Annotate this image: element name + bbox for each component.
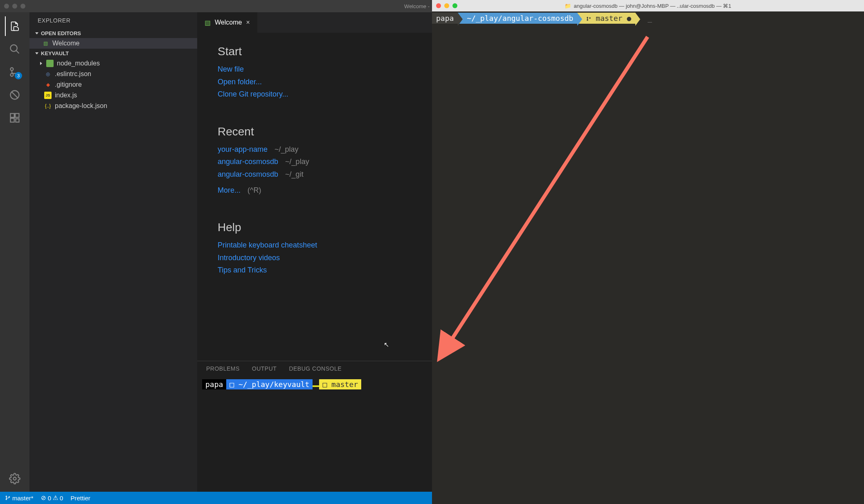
svg-line-6	[11, 92, 18, 98]
panel-tabs: PROBLEMS OUTPUT DEBUG CONSOLE	[197, 361, 432, 376]
prompt-sep	[313, 385, 319, 387]
prompt-user: papa	[202, 379, 226, 389]
help-title: Help	[218, 221, 412, 234]
status-formatter[interactable]: Prettier	[70, 495, 90, 502]
tab-welcome[interactable]: ▧ Welcome ×	[197, 12, 258, 33]
chevron-down-icon	[35, 52, 38, 54]
svg-line-1	[16, 51, 19, 54]
integrated-terminal[interactable]: papa□ ~/_play/keyvault□ master	[197, 376, 432, 492]
svg-point-15	[587, 17, 588, 18]
workbench: 3 EXPLORER OPEN EDITORS ▧ Welc	[0, 12, 432, 492]
file-label: index.js	[55, 92, 77, 99]
status-problems[interactable]: ⊘ 0 ⚠ 0	[41, 494, 63, 502]
open-folder-link[interactable]: Open folder...	[218, 76, 412, 88]
status-bar: master* ⊘ 0 ⚠ 0 Prettier	[0, 492, 432, 504]
open-editors-header[interactable]: OPEN EDITORS	[29, 29, 197, 38]
folder-icon	[46, 60, 54, 67]
help-link[interactable]: Tips and Tricks	[218, 264, 412, 277]
project-name-label: KEYVAULT	[41, 50, 69, 56]
branch-icon	[5, 495, 11, 501]
more-shortcut: (^R)	[248, 186, 261, 194]
recent-section: Recent your-app-name ~/_play angular-cos…	[218, 125, 412, 196]
close-window-button[interactable]	[436, 3, 441, 8]
warning-icon: ⚠	[53, 494, 58, 502]
recent-item[interactable]: your-app-name ~/_play	[218, 143, 412, 156]
minimize-window-button[interactable]	[444, 3, 449, 8]
recent-path: ~/_play	[285, 158, 309, 166]
svg-point-11	[14, 477, 16, 480]
activity-bar: 3	[0, 12, 29, 492]
git-icon: ◆	[44, 81, 52, 88]
branch-label: master*	[12, 495, 34, 502]
recent-name: angular-cosmosdb	[218, 158, 278, 166]
error-count: 0	[48, 495, 51, 502]
new-file-link[interactable]: New file	[218, 63, 412, 76]
error-icon: ⊘	[41, 494, 46, 502]
terminal-prompt[interactable]: papa ~/_play/angular-cosmosdb master ● _	[432, 11, 864, 25]
recent-item[interactable]: angular-cosmosdb ~/_git	[218, 168, 412, 181]
recent-name: angular-cosmosdb	[218, 170, 278, 178]
bottom-panel: PROBLEMS OUTPUT DEBUG CONSOLE papa□ ~/_p…	[197, 361, 432, 492]
svg-point-17	[587, 20, 588, 20]
close-tab-icon[interactable]: ×	[246, 19, 250, 26]
svg-point-2	[11, 68, 14, 71]
extensions-activity-icon[interactable]	[5, 108, 25, 128]
close-window-button[interactable]	[4, 4, 9, 9]
cursor-icon: _	[648, 14, 652, 22]
debug-console-tab[interactable]: DEBUG CONSOLE	[289, 365, 342, 372]
clone-repo-link[interactable]: Clone Git repository...	[218, 88, 412, 101]
recent-name: your-app-name	[218, 145, 268, 153]
help-link[interactable]: Printable keyboard cheatsheet	[218, 239, 412, 252]
open-editor-welcome[interactable]: ▧ Welcome	[29, 38, 197, 49]
explorer-activity-icon[interactable]	[5, 16, 25, 36]
window-controls	[436, 3, 457, 8]
titlebar: Welcome -	[0, 0, 432, 12]
branch-icon	[586, 16, 591, 21]
problems-tab[interactable]: PROBLEMS	[206, 365, 240, 372]
scm-badge: 3	[15, 72, 22, 79]
svg-point-13	[9, 497, 9, 497]
settings-gear-icon[interactable]	[5, 469, 25, 488]
maximize-window-button[interactable]	[20, 4, 25, 9]
branch-name: master	[596, 14, 622, 22]
svg-point-14	[6, 499, 7, 500]
maximize-window-button[interactable]	[452, 3, 457, 8]
minimize-window-button[interactable]	[12, 4, 17, 9]
svg-point-12	[6, 496, 7, 497]
welcome-page: Start New file Open folder... Clone Git …	[197, 33, 432, 361]
open-editors-label: OPEN EDITORS	[41, 30, 81, 36]
terminal-body[interactable]	[432, 25, 864, 504]
tab-label: Welcome	[215, 19, 242, 26]
more-label: More...	[218, 186, 241, 194]
svg-rect-10	[16, 119, 19, 122]
search-activity-icon[interactable]	[5, 39, 25, 59]
file-tree-item[interactable]: ◆ .gitignore	[29, 79, 197, 90]
recent-item[interactable]: angular-cosmosdb ~/_play	[218, 155, 412, 168]
output-tab[interactable]: OUTPUT	[252, 365, 277, 372]
file-tree-item[interactable]: {..} package-lock.json	[29, 101, 197, 111]
tab-bar: ▧ Welcome ×	[197, 12, 432, 33]
vs-logo-icon: ▧	[205, 19, 211, 27]
file-tree-item[interactable]: ◎ .eslintrc.json	[29, 69, 197, 79]
window-controls	[4, 4, 25, 9]
warning-count: 0	[60, 495, 63, 502]
scm-activity-icon[interactable]: 3	[5, 62, 25, 82]
open-editor-label: Welcome	[52, 40, 79, 47]
sidebar-title: EXPLORER	[29, 12, 197, 29]
file-tree-folder[interactable]: node_modules	[29, 58, 197, 69]
project-header[interactable]: KEYVAULT	[29, 49, 197, 58]
file-label: package-lock.json	[55, 102, 107, 110]
file-tree-item[interactable]: JS index.js	[29, 90, 197, 101]
debug-activity-icon[interactable]	[5, 85, 25, 105]
svg-rect-8	[15, 114, 19, 117]
prompt-branch: master ●	[577, 13, 635, 24]
chevron-down-icon	[35, 32, 38, 34]
vscode-window: Welcome - 3	[0, 0, 432, 504]
js-icon: JS	[44, 92, 52, 99]
chevron-right-icon	[40, 62, 42, 65]
svg-rect-9	[11, 118, 14, 122]
status-branch[interactable]: master*	[5, 495, 34, 502]
more-recent-link[interactable]: More... (^R)	[218, 184, 412, 197]
folder-icon: 📁	[565, 3, 571, 9]
help-link[interactable]: Introductory videos	[218, 252, 412, 264]
